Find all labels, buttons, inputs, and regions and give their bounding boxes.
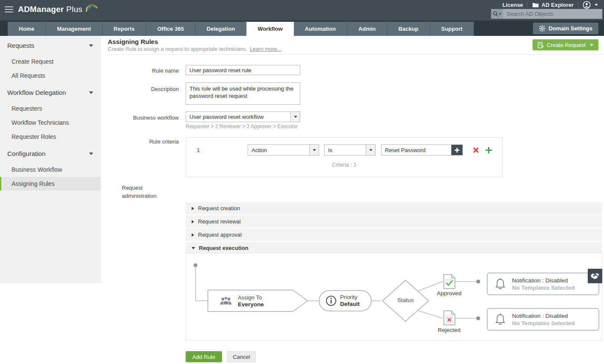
tab-admin[interactable]: Admin [347, 22, 387, 36]
rejected-label: Rejected [432, 327, 466, 333]
description-label: Description [106, 86, 179, 92]
status-node-label: Status [382, 297, 429, 303]
search-scope-button[interactable] [491, 9, 503, 19]
search-input[interactable] [503, 9, 602, 19]
pick-value-button[interactable] [451, 145, 462, 155]
rejected-doc-icon[interactable] [443, 310, 456, 326]
sidebar-header-configuration[interactable]: Configuration [0, 144, 101, 162]
notification-template: No Templates Selected [512, 285, 575, 291]
main-content: Assigning Rules Create Rule to assign a … [101, 36, 604, 364]
chevron-right-icon [192, 233, 194, 237]
sidebar-item-workflow-technicians[interactable]: Workflow Technicians [0, 116, 101, 129]
hamburger-menu-icon[interactable] [5, 6, 13, 13]
tab-office-365[interactable]: Office 365 [146, 22, 195, 36]
chevron-down-icon [89, 153, 93, 155]
criteria-attribute-select[interactable]: Action [248, 144, 319, 156]
sidebar-item-assigning-rules[interactable]: Assigning Rules [0, 177, 101, 191]
accordion-request-approval[interactable]: Request approval [186, 229, 602, 241]
chevron-down-icon [89, 44, 93, 47]
ad-search [491, 9, 602, 19]
tab-support[interactable]: Support [430, 22, 474, 36]
criteria-operator-select[interactable]: Is [324, 144, 376, 156]
approved-label: Approved [432, 290, 466, 296]
sidebar-header-workflow-delegation[interactable]: Workflow Delegation [0, 83, 101, 101]
business-workflow-select[interactable]: User password reset workflow [186, 112, 300, 122]
tab-workflow[interactable]: Workflow [246, 22, 293, 36]
chevron-right-icon [192, 220, 194, 223]
description-textarea[interactable]: This rule will be used while processing … [186, 82, 300, 105]
sidebar-section-configuration: Configuration Business Workflow Assignin… [0, 144, 101, 191]
rejected-notification-node[interactable]: Notification : Disabled No Templates Sel… [487, 308, 599, 331]
sidebar-item-business-workflow[interactable]: Business Workflow [0, 163, 101, 176]
user-account-menu[interactable] [583, 1, 598, 9]
sidebar-item-create-request[interactable]: Create Request [0, 55, 101, 68]
chevron-down-icon [499, 13, 501, 15]
workflow-diagram: Assign ToEveryone PriorityDefault Status… [186, 253, 602, 341]
rule-criteria-label: Rule criteria [106, 138, 179, 145]
primary-nav: Home Management Reports Office 365 Deleg… [0, 21, 604, 36]
domain-settings-button[interactable]: Domain Settings [533, 23, 598, 34]
sidebar-item-requesters[interactable]: Requesters [0, 102, 101, 115]
divider [108, 54, 604, 55]
tab-reports[interactable]: Reports [103, 22, 146, 36]
chevron-down-icon [595, 4, 598, 6]
info-icon [326, 295, 337, 306]
assign-to-node[interactable]: Assign ToEveryone [219, 294, 264, 308]
ad-explorer-link[interactable]: AD Explorer [532, 2, 574, 8]
feedback-handshake-tab[interactable] [588, 269, 602, 283]
request-administration-label: Request administration [122, 184, 169, 200]
chevron-right-icon [192, 207, 194, 210]
tab-backup[interactable]: Backup [387, 22, 430, 36]
accordion-request-execution[interactable]: Request execution [186, 242, 602, 254]
criteria-count: Criteria : 1 [186, 162, 502, 168]
accordion-request-reviewal[interactable]: Request reviewal [186, 215, 602, 228]
delete-criteria-icon[interactable] [473, 147, 479, 153]
rule-criteria-box: 1 Action Is Reset Password Criteria : 1 [186, 137, 503, 177]
sidebar-item-all-requests[interactable]: All Requests [0, 69, 101, 82]
approved-doc-icon[interactable] [443, 274, 456, 289]
workflow-path-text: Requester > 2 Reviewer > 2 Approver > Ex… [186, 123, 298, 129]
criteria-row-index: 1 [197, 147, 200, 153]
accordion-request-creation[interactable]: Request creation [186, 202, 602, 214]
search-icon [493, 11, 498, 17]
license-link[interactable]: License [502, 2, 523, 8]
priority-node[interactable]: PriorityDefault [319, 290, 372, 311]
add-rule-button[interactable]: Add Rule [186, 351, 222, 362]
bell-icon [494, 313, 506, 326]
page-subtitle: Create Rule to assign a request to appro… [108, 46, 281, 52]
learn-more-link[interactable]: Learn more... [250, 46, 281, 52]
brand-suffix: Plus [64, 5, 82, 14]
chevron-down-icon [89, 91, 93, 94]
divider [527, 2, 528, 8]
cancel-button[interactable]: Cancel [227, 351, 256, 362]
brand-logo[interactable]: ADManager Plus [18, 5, 83, 14]
sidebar-header-requests[interactable]: Requests [0, 36, 101, 54]
page-title: Assigning Rules [108, 38, 158, 45]
notification-status: Notification : Disabled [512, 312, 575, 320]
rule-name-input[interactable] [186, 65, 300, 75]
criteria-value-field[interactable]: Reset Password [381, 144, 463, 156]
people-icon [219, 296, 232, 306]
nav-tabs: Home Management Reports Office 365 Deleg… [8, 22, 474, 36]
folder-icon [532, 2, 539, 8]
add-criteria-icon[interactable] [486, 147, 492, 153]
chevron-down-icon [366, 145, 375, 155]
create-request-button[interactable]: Create Request [533, 39, 598, 50]
sidebar-section-requests: Requests Create Request All Requests [0, 36, 101, 82]
bell-icon [494, 278, 506, 291]
tab-home[interactable]: Home [8, 22, 46, 36]
sidebar-item-requester-roles[interactable]: Requester Roles [0, 130, 101, 144]
request-admin-accordion: Request creation Request reviewal Reques… [186, 202, 602, 254]
approved-notification-node[interactable]: Notification : Disabled No Templates Sel… [487, 273, 599, 295]
brand-swoosh-icon [84, 2, 98, 15]
notification-status: Notification : Disabled [512, 277, 575, 285]
tab-automation[interactable]: Automation [294, 22, 347, 36]
notification-template: No Templates Selected [512, 320, 575, 326]
rule-name-label: Rule name [106, 68, 179, 74]
chevron-down-icon [192, 247, 195, 250]
sidebar: Requests Create Request All Requests Wor… [0, 36, 101, 283]
tab-management[interactable]: Management [46, 22, 102, 36]
gear-icon [539, 25, 545, 32]
tab-delegation[interactable]: Delegation [195, 22, 246, 36]
chevron-down-icon [290, 112, 300, 122]
